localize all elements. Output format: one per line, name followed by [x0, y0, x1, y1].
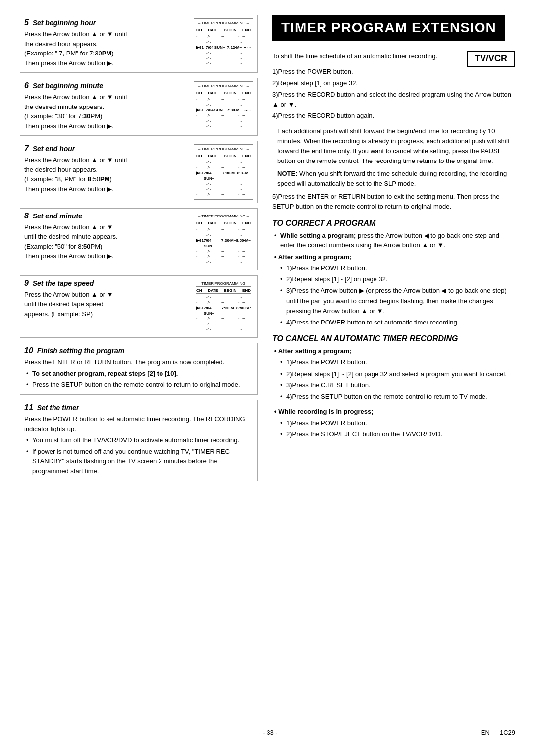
- right-step-4: 4)Press the RECORD button again.: [272, 111, 515, 121]
- step-11-heading-text: Set the timer: [37, 404, 79, 412]
- footer-lang: EN: [481, 729, 490, 736]
- step-7-section: 7 Set end hour Press the Arrow button ▲ …: [20, 141, 258, 203]
- right-step-2: 2)Repeat step [1] on page 32.: [272, 78, 515, 88]
- two-column-layout: 5 Set beginning hour Press the Arrow but…: [20, 15, 515, 719]
- step-7-text: Press the Arrow button ▲ or ▼ untilthe d…: [24, 155, 190, 194]
- step-11-heading: 11 Set the timer: [24, 403, 253, 412]
- step-7-content: 7 Set end hour Press the Arrow button ▲ …: [24, 144, 190, 195]
- step-9-number: 9: [24, 279, 29, 287]
- right-indent-para-1: Each additional push will shift forward …: [277, 126, 515, 166]
- cancel-while-recording: • While recording is in progress; 1)Pres…: [274, 407, 515, 439]
- correct-after-step-3: 3)Press the Arrow button ▶ (or press the…: [280, 286, 515, 316]
- left-column: 5 Set beginning hour Press the Arrow but…: [20, 15, 258, 719]
- cancel-after-step-4: 4)Press the SETUP button on the remote c…: [280, 392, 515, 402]
- step-5-heading: 5 Set beginning hour: [24, 18, 190, 27]
- step-10-section: 10 Finish setting the program Press the …: [20, 343, 258, 395]
- step-8-content: 8 Set end minute Press the Arrow button …: [24, 212, 190, 263]
- step-5-display: – TIMER PROGRAMMING – CHDATEBEGINEND ··-…: [194, 18, 253, 68]
- correct-while-setting: While setting a program; press the Arrow…: [274, 231, 515, 250]
- right-note: NOTE: When you shift forward the time sc…: [277, 169, 515, 189]
- step-7-heading: 7 Set end hour: [24, 144, 190, 153]
- correct-program-heading: TO CORRECT A PROGRAM: [272, 219, 515, 228]
- step-10-bullet-2: Press the SETUP button on the remote con…: [26, 380, 253, 390]
- step-7-display: – TIMER PROGRAMMING – CHDATEBEGINEND ··-…: [194, 144, 253, 200]
- step-6-number: 6: [24, 81, 29, 90]
- step-6-text: Press the Arrow button ▲ or ▼ untilthe d…: [24, 92, 190, 131]
- step-8-text: Press the Arrow button ▲ or ▼until the d…: [24, 222, 190, 261]
- step-8-number: 8: [24, 212, 29, 220]
- step-7-number: 7: [24, 144, 29, 153]
- right-header-row: TIMER PROGRAM EXTENSION: [272, 15, 515, 47]
- step-6-content: 6 Set beginning minute Press the Arrow b…: [24, 81, 190, 132]
- step-6-display: – TIMER PROGRAMMING – CHDATEBEGINEND ··-…: [194, 81, 253, 131]
- step-9-heading: 9 Set the tape speed: [24, 279, 190, 288]
- cancel-after-step-3: 3)Press the C.RESET button.: [280, 380, 515, 390]
- step-9-display: – TIMER PROGRAMMING – CHDATEBEGINEND ··-…: [194, 279, 253, 334]
- cancel-recording-heading: TO CANCEL AN AUTOMATIC TIMER RECORDING: [272, 334, 515, 343]
- cancel-while-step-2: 2)Press the STOP/EJECT button on the TV/…: [280, 430, 515, 439]
- right-step-5: 5)Press the ENTER or RETURN button to ex…: [272, 192, 515, 212]
- step-8-heading: 8 Set end minute: [24, 212, 190, 220]
- page-footer: - 33 - EN 1C29: [20, 729, 515, 736]
- step-8-section: 8 Set end minute Press the Arrow button …: [20, 208, 258, 270]
- step-10-heading: 10 Finish setting the program: [24, 346, 253, 355]
- step-5-content: 5 Set beginning hour Press the Arrow but…: [24, 18, 190, 69]
- page-title: TIMER PROGRAM EXTENSION: [272, 15, 505, 41]
- step-11-section: 11 Set the timer Press the POWER button …: [20, 400, 258, 481]
- cancel-after-step-1: 1)Press the POWER button.: [280, 357, 515, 367]
- right-column: TIMER PROGRAM EXTENSION TV/VCR To shift …: [272, 15, 515, 719]
- step-9-text: Press the Arrow button ▲ or ▼until the d…: [24, 290, 190, 319]
- correct-after-step-1: 1)Press the POWER button.: [280, 263, 515, 273]
- step-10-heading-text: Finish setting the program: [37, 347, 125, 355]
- step-11-bullets: You must turn off the TV/VCR/DVD to acti…: [26, 435, 253, 476]
- step-9-content: 9 Set the tape speed Press the Arrow but…: [24, 279, 190, 321]
- step-5-heading-text: Set beginning hour: [33, 19, 96, 27]
- step-8-display: – TIMER PROGRAMMING – CHDATEBEGINEND ··-…: [194, 212, 253, 267]
- step-11-number: 11: [24, 403, 33, 412]
- page-container: 5 Set beginning hour Press the Arrow but…: [0, 0, 535, 756]
- step-9-section: 9 Set the tape speed Press the Arrow but…: [20, 275, 258, 338]
- step-11-bullet-1: You must turn off the TV/VCR/DVD to acti…: [26, 435, 253, 445]
- correct-after-step-2: 2)Repeat steps [1] - [2] on page 32.: [280, 274, 515, 284]
- step-10-bullets: To set another program, repeat steps [2]…: [26, 369, 253, 389]
- cancel-recording-bullets: • After setting a program; 1)Press the P…: [274, 346, 515, 439]
- footer-code: 1C29: [500, 729, 515, 736]
- step-10-bullet-1: To set another program, repeat steps [2]…: [26, 369, 253, 378]
- cancel-after-step-2: 2)Repeat steps [1] ~ [2] on page 32 and …: [280, 369, 515, 379]
- step-9-heading-text: Set the tape speed: [33, 279, 94, 287]
- step-6-heading-text: Set beginning minute: [33, 82, 103, 90]
- step-5-number: 5: [24, 18, 29, 27]
- right-steps-list: 1)Press the POWER button. 2)Repeat step …: [272, 67, 515, 121]
- step-6-heading: 6 Set beginning minute: [24, 81, 190, 90]
- correct-after-step-4: 4)Press the POWER button to set automati…: [280, 318, 515, 327]
- step-11-text: Press the POWER button to set automatic …: [24, 414, 253, 433]
- step-10-text: Press the ENTER or RETURN button. The pr…: [24, 357, 253, 367]
- step-10-number: 10: [24, 346, 33, 355]
- step-5-section: 5 Set beginning hour Press the Arrow but…: [20, 15, 258, 73]
- tv-vcr-badge: TV/VCR: [467, 51, 515, 67]
- step-11-bullet-2: If power is not turned off and you conti…: [26, 447, 253, 476]
- right-step-3: 3)Press the RECORD button and select the…: [272, 90, 515, 109]
- right-steps-list-2: 5)Press the ENTER or RETURN button to ex…: [272, 192, 515, 212]
- correct-program-bullets: While setting a program; press the Arrow…: [274, 231, 515, 327]
- cancel-after-setting: • After setting a program; 1)Press the P…: [274, 346, 515, 402]
- cancel-while-step-1: 1)Press the POWER button.: [280, 418, 515, 428]
- step-8-heading-text: Set end minute: [33, 212, 82, 220]
- right-step-1: 1)Press the POWER button.: [272, 67, 515, 77]
- correct-after-setting: • After setting a program; 1)Press the P…: [274, 252, 515, 327]
- page-number: - 33 -: [59, 729, 481, 736]
- step-7-heading-text: Set end hour: [33, 145, 75, 153]
- step-6-section: 6 Set beginning minute Press the Arrow b…: [20, 78, 258, 136]
- step-5-text: Press the Arrow button ▲ or ▼ untilthe d…: [24, 29, 190, 68]
